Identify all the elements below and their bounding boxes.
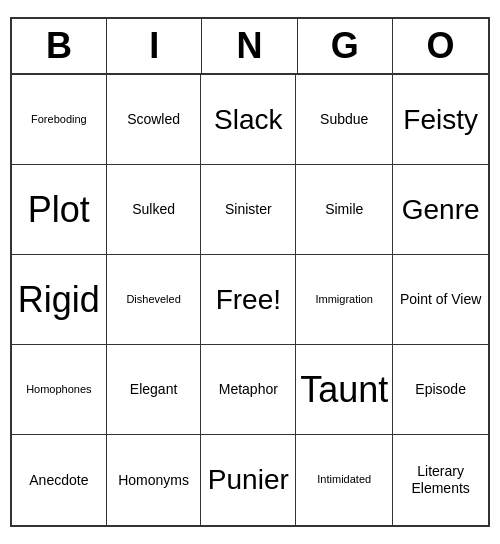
- cell-text: Subdue: [320, 111, 368, 128]
- bingo-cell: Subdue: [296, 75, 393, 165]
- bingo-header: BINGO: [12, 19, 488, 75]
- bingo-grid: ForebodingScowledSlackSubdueFeistyPlotSu…: [12, 75, 488, 525]
- bingo-cell: Foreboding: [12, 75, 107, 165]
- bingo-cell: Metaphor: [201, 345, 296, 435]
- bingo-cell: Disheveled: [107, 255, 202, 345]
- header-letter-o: O: [393, 19, 488, 73]
- cell-text: Scowled: [127, 111, 180, 128]
- bingo-cell: Plot: [12, 165, 107, 255]
- header-letter-b: B: [12, 19, 107, 73]
- cell-text: Elegant: [130, 381, 177, 398]
- bingo-cell: Slack: [201, 75, 296, 165]
- header-letter-i: I: [107, 19, 202, 73]
- bingo-cell: Literary Elements: [393, 435, 488, 525]
- bingo-cell: Feisty: [393, 75, 488, 165]
- bingo-cell: Anecdote: [12, 435, 107, 525]
- bingo-cell: Intimidated: [296, 435, 393, 525]
- bingo-cell: Point of View: [393, 255, 488, 345]
- cell-text: Foreboding: [31, 113, 87, 126]
- bingo-cell: Punier: [201, 435, 296, 525]
- bingo-cell: Free!: [201, 255, 296, 345]
- bingo-cell: Episode: [393, 345, 488, 435]
- cell-text: Slack: [214, 103, 282, 137]
- bingo-cell: Sulked: [107, 165, 202, 255]
- cell-text: Feisty: [403, 103, 478, 137]
- bingo-cell: Homophones: [12, 345, 107, 435]
- bingo-cell: Immigration: [296, 255, 393, 345]
- cell-text: Free!: [216, 283, 281, 317]
- bingo-cell: Homonyms: [107, 435, 202, 525]
- bingo-cell: Genre: [393, 165, 488, 255]
- header-letter-g: G: [298, 19, 393, 73]
- cell-text: Disheveled: [126, 293, 180, 306]
- cell-text: Punier: [208, 463, 289, 497]
- bingo-cell: Rigid: [12, 255, 107, 345]
- cell-text: Anecdote: [29, 472, 88, 489]
- cell-text: Point of View: [400, 291, 481, 308]
- cell-text: Intimidated: [317, 473, 371, 486]
- bingo-cell: Sinister: [201, 165, 296, 255]
- cell-text: Homophones: [26, 383, 91, 396]
- cell-text: Sulked: [132, 201, 175, 218]
- cell-text: Homonyms: [118, 472, 189, 489]
- cell-text: Simile: [325, 201, 363, 218]
- bingo-cell: Scowled: [107, 75, 202, 165]
- bingo-cell: Simile: [296, 165, 393, 255]
- bingo-cell: Taunt: [296, 345, 393, 435]
- cell-text: Taunt: [300, 368, 388, 411]
- bingo-card: BINGO ForebodingScowledSlackSubdueFeisty…: [10, 17, 490, 527]
- cell-text: Plot: [28, 188, 90, 231]
- cell-text: Sinister: [225, 201, 272, 218]
- cell-text: Episode: [415, 381, 466, 398]
- cell-text: Metaphor: [219, 381, 278, 398]
- cell-text: Immigration: [315, 293, 372, 306]
- cell-text: Genre: [402, 193, 480, 227]
- bingo-cell: Elegant: [107, 345, 202, 435]
- cell-text: Rigid: [18, 278, 100, 321]
- cell-text: Literary Elements: [397, 463, 484, 497]
- header-letter-n: N: [202, 19, 297, 73]
